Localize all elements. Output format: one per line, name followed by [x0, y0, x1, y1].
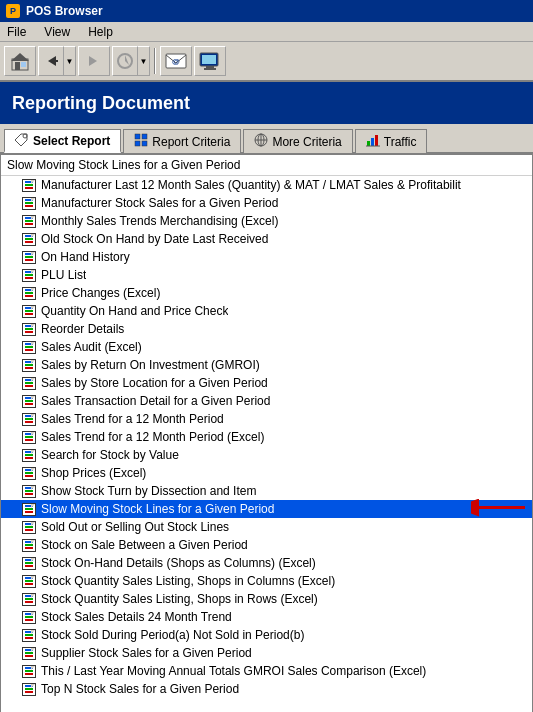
report-icon	[21, 520, 37, 534]
list-item[interactable]: On Hand History	[1, 248, 532, 266]
toolbar: ▼ ▼ @	[0, 42, 533, 82]
list-item[interactable]: Sales by Return On Investment (GMROI)	[1, 356, 532, 374]
list-item-text: Stock Sold During Period(a) Not Sold in …	[41, 628, 304, 642]
list-item[interactable]: Manufacturer Stock Sales for a Given Per…	[1, 194, 532, 212]
report-icon	[21, 268, 37, 282]
tag-icon	[15, 132, 29, 149]
tab-more-criteria[interactable]: More Criteria	[243, 129, 352, 153]
list-item[interactable]: PLU List	[1, 266, 532, 284]
toolbar-stop-btn[interactable]	[112, 46, 138, 76]
toolbar-stop-dropdown[interactable]: ▼	[138, 46, 150, 76]
svg-rect-12	[202, 55, 216, 64]
list-item[interactable]: Stock On-Hand Details (Shops as Columns)…	[1, 554, 532, 572]
list-item[interactable]: Slow Moving Stock Lines for a Given Peri…	[1, 500, 532, 518]
menu-bar: File View Help	[0, 22, 533, 42]
report-icon	[21, 502, 37, 516]
list-item[interactable]: Top N Stock Sales for a Given Period	[1, 680, 532, 698]
list-item[interactable]: Sales Trend for a 12 Month Period	[1, 410, 532, 428]
report-icon	[21, 682, 37, 696]
tab-traffic-label: Traffic	[384, 135, 417, 149]
list-item[interactable]: This / Last Year Moving Annual Totals GM…	[1, 662, 532, 680]
list-item-text: Top N Stock Sales for a Given Period	[41, 682, 239, 696]
list-item[interactable]: Stock Quantity Sales Listing, Shops in R…	[1, 590, 532, 608]
report-icon	[21, 322, 37, 336]
list-item[interactable]: Sold Out or Selling Out Stock Lines	[1, 518, 532, 536]
list-item[interactable]: Stock Quantity Sales Listing, Shops in C…	[1, 572, 532, 590]
toolbar-home-btn[interactable]	[4, 46, 36, 76]
list-item-text: Stock on Sale Between a Given Period	[41, 538, 248, 552]
svg-rect-17	[135, 134, 140, 139]
list-item-text: Reorder Details	[41, 322, 124, 336]
list-item[interactable]: Sales Trend for a 12 Month Period (Excel…	[1, 428, 532, 446]
list-item[interactable]: Supplier Stock Sales for a Given Period	[1, 644, 532, 662]
page-heading-text: Reporting Document	[12, 93, 190, 114]
list-item[interactable]: Monthly Sales Trends Merchandising (Exce…	[1, 212, 532, 230]
list-item[interactable]: Stock Sales Details 24 Month Trend	[1, 608, 532, 626]
tab-more-criteria-label: More Criteria	[272, 135, 341, 149]
toolbar-back-dropdown[interactable]: ▼	[64, 46, 76, 76]
list-item-text: Search for Stock by Value	[41, 448, 179, 462]
report-icon	[21, 196, 37, 210]
menu-view[interactable]: View	[41, 24, 73, 40]
app-icon: P	[6, 4, 20, 18]
svg-rect-20	[142, 141, 147, 146]
tab-report-criteria-label: Report Criteria	[152, 135, 230, 149]
list-item-text: Price Changes (Excel)	[41, 286, 160, 300]
list-item-text: Sales Trend for a 12 Month Period	[41, 412, 224, 426]
report-icon	[21, 466, 37, 480]
report-icon	[21, 448, 37, 462]
toolbar-sep-1	[154, 48, 156, 74]
page-heading: Reporting Document	[0, 82, 533, 124]
tab-select-report-label: Select Report	[33, 134, 110, 148]
svg-rect-27	[375, 135, 378, 146]
report-icon	[21, 232, 37, 246]
report-icon	[21, 376, 37, 390]
list-item[interactable]: Price Changes (Excel)	[1, 284, 532, 302]
list-item[interactable]: Sales by Store Location for a Given Peri…	[1, 374, 532, 392]
tab-traffic[interactable]: Traffic	[355, 129, 428, 153]
svg-rect-14	[204, 68, 216, 70]
tabs-container: Select Report Report Criteria More Crite…	[0, 124, 533, 154]
list-item-text: Sales Trend for a 12 Month Period (Excel…	[41, 430, 264, 444]
list-item[interactable]: Shop Prices (Excel)	[1, 464, 532, 482]
svg-rect-25	[367, 141, 370, 146]
report-icon	[21, 340, 37, 354]
report-icon	[21, 538, 37, 552]
report-icon	[21, 358, 37, 372]
toolbar-forward-btn[interactable]	[78, 46, 110, 76]
list-item-text: Slow Moving Stock Lines for a Given Peri…	[41, 502, 274, 516]
list-item-text: Stock Quantity Sales Listing, Shops in R…	[41, 592, 318, 606]
list-item[interactable]: Quantity On Hand and Price Check	[1, 302, 532, 320]
toolbar-email-btn[interactable]: @	[160, 46, 192, 76]
svg-marker-3	[11, 53, 29, 61]
list-item-text: Stock On-Hand Details (Shops as Columns)…	[41, 556, 316, 570]
toolbar-computer-btn[interactable]	[194, 46, 226, 76]
title-bar-text: POS Browser	[26, 4, 103, 18]
list-item[interactable]: Old Stock On Hand by Date Last Received	[1, 230, 532, 248]
tab-report-criteria[interactable]: Report Criteria	[123, 129, 241, 153]
list-item-text: PLU List	[41, 268, 86, 282]
report-icon	[21, 484, 37, 498]
report-icon	[21, 664, 37, 678]
list-item[interactable]: Manufacturer Last 12 Month Sales (Quanti…	[1, 176, 532, 194]
list-item[interactable]: Search for Stock by Value	[1, 446, 532, 464]
toolbar-back-btn[interactable]	[38, 46, 64, 76]
list-item[interactable]: Sales Audit (Excel)	[1, 338, 532, 356]
list-item-text: Stock Quantity Sales Listing, Shops in C…	[41, 574, 335, 588]
grid-icon	[134, 133, 148, 150]
tab-select-report[interactable]: Select Report	[4, 129, 121, 153]
list-item-text: Sales Transaction Detail for a Given Per…	[41, 394, 270, 408]
list-item[interactable]: Show Stock Turn by Dissection and Item	[1, 482, 532, 500]
list-item[interactable]: Reorder Details	[1, 320, 532, 338]
list-item[interactable]: Sales Transaction Detail for a Given Per…	[1, 392, 532, 410]
menu-file[interactable]: File	[4, 24, 29, 40]
list-item-text: Sales by Return On Investment (GMROI)	[41, 358, 260, 372]
menu-help[interactable]: Help	[85, 24, 116, 40]
list-item[interactable]: Stock Sold During Period(a) Not Sold in …	[1, 626, 532, 644]
svg-point-15	[23, 134, 27, 138]
report-icon	[21, 286, 37, 300]
report-icon	[21, 610, 37, 624]
report-list: Manufacturer Last 12 Month Sales (Quanti…	[1, 176, 532, 698]
svg-marker-16	[15, 134, 27, 146]
list-item[interactable]: Stock on Sale Between a Given Period	[1, 536, 532, 554]
